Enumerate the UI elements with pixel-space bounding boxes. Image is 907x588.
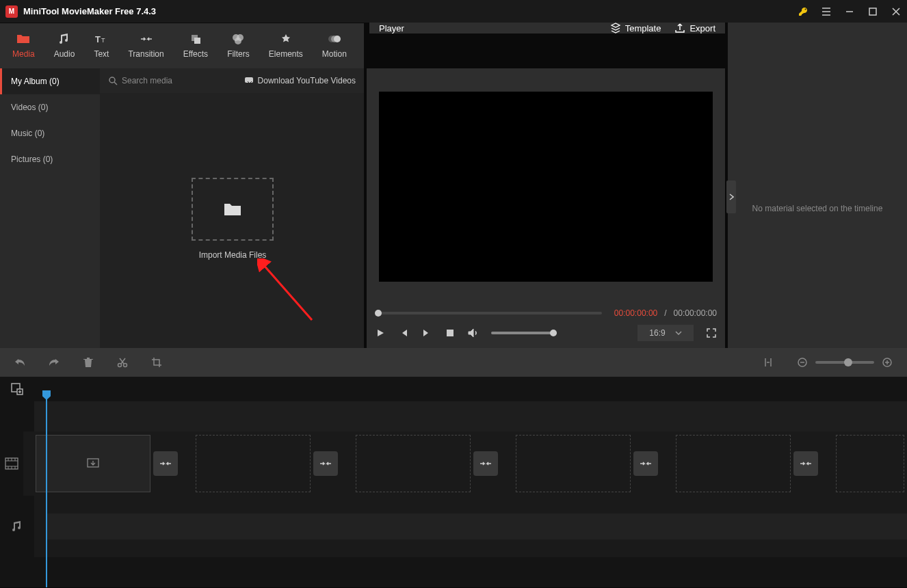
title-bar: M MiniTool MovieMaker Free 7.4.3	[0, 0, 907, 23]
redo-button[interactable]	[48, 356, 60, 369]
clip-slot[interactable]	[196, 435, 311, 492]
delete-button[interactable]	[82, 356, 94, 369]
transition-slot[interactable]	[153, 451, 178, 476]
svg-rect-0	[869, 8, 876, 15]
clip-slot[interactable]	[356, 435, 471, 492]
tab-transition[interactable]: Transition	[118, 33, 173, 59]
media-panel: Search media Download YouTube Videos Imp…	[100, 68, 364, 348]
tab-label: Text	[94, 49, 109, 59]
collapse-handle[interactable]	[726, 181, 736, 213]
tab-elements[interactable]: Elements	[259, 33, 313, 59]
download-icon	[244, 77, 254, 85]
svg-point-16	[124, 364, 127, 367]
next-frame-button[interactable]	[421, 328, 432, 338]
zoom-in-button[interactable]	[881, 356, 893, 369]
preview-canvas[interactable]	[379, 92, 713, 282]
svg-text:T: T	[101, 37, 105, 44]
transition-slot[interactable]	[473, 451, 498, 476]
motion-icon	[328, 33, 341, 45]
zoom-slider[interactable]	[815, 361, 874, 364]
ribbon-tabs: Media Audio TT Text Transition Effects F…	[0, 23, 364, 68]
time-total: 00:00:00:00	[674, 308, 717, 318]
filters-icon	[232, 33, 244, 45]
transition-icon	[140, 33, 153, 45]
transition-slot[interactable]	[313, 451, 338, 476]
zoom-out-button[interactable]	[796, 356, 809, 369]
sidebar-item-music[interactable]: Music (0)	[0, 120, 100, 146]
export-button[interactable]: Export	[674, 23, 715, 34]
properties-panel: No material selected on the timeline	[728, 68, 907, 348]
clip-slot[interactable]	[676, 435, 791, 492]
search-input[interactable]: Search media	[108, 76, 239, 85]
timeline-video-track[interactable]	[0, 431, 907, 496]
tab-text[interactable]: TT Text	[84, 33, 118, 59]
svg-point-15	[118, 364, 122, 367]
sidebar-item-videos[interactable]: Videos (0)	[0, 94, 100, 120]
aspect-ratio-dropdown[interactable]: 16:9	[637, 325, 694, 341]
timeline-text-track[interactable]	[0, 401, 907, 431]
export-label: Export	[689, 23, 715, 34]
tab-label: Filters	[227, 49, 250, 59]
seek-slider[interactable]	[375, 312, 602, 315]
tab-label: Audio	[54, 49, 75, 59]
import-media-button[interactable]	[192, 178, 274, 241]
music-note-icon	[59, 33, 70, 45]
download-youtube-button[interactable]: Download YouTube Videos	[244, 76, 356, 85]
tab-label: Effects	[183, 49, 208, 59]
effects-icon	[190, 33, 201, 45]
tab-label: Elements	[269, 49, 303, 59]
svg-rect-14	[447, 330, 454, 336]
tab-motion[interactable]: Motion	[313, 33, 356, 59]
template-icon	[610, 23, 621, 34]
tab-effects[interactable]: Effects	[174, 33, 218, 59]
properties-empty-text: No material selected on the timeline	[752, 204, 883, 213]
play-button[interactable]	[375, 328, 386, 338]
minimize-button[interactable]	[844, 6, 855, 17]
tab-audio[interactable]: Audio	[44, 33, 85, 59]
template-button[interactable]: Template	[610, 23, 661, 34]
timeline-audio-track[interactable]	[0, 496, 907, 557]
annotation-arrow	[257, 258, 319, 327]
tab-label: Motion	[322, 49, 347, 59]
import-media-label: Import Media Files	[192, 250, 274, 260]
svg-point-11	[109, 77, 115, 83]
audio-track-icon	[0, 520, 34, 533]
clip-slot[interactable]	[836, 435, 904, 492]
volume-button[interactable]	[468, 328, 479, 338]
close-button[interactable]	[891, 6, 902, 17]
add-track-button[interactable]	[0, 383, 34, 395]
text-icon: TT	[95, 33, 107, 45]
volume-slider[interactable]	[491, 332, 557, 334]
clip-slot[interactable]	[36, 435, 150, 492]
search-placeholder: Search media	[122, 76, 172, 85]
tab-filters[interactable]: Filters	[218, 33, 259, 59]
clip-slot[interactable]	[516, 435, 631, 492]
fit-timeline-button[interactable]	[762, 356, 774, 369]
app-logo-icon: M	[5, 5, 18, 18]
svg-point-7	[235, 38, 241, 44]
split-button[interactable]	[116, 356, 129, 369]
playhead[interactable]	[46, 393, 47, 587]
import-clip-icon	[86, 457, 100, 470]
stop-button[interactable]	[445, 328, 456, 338]
folder-icon	[16, 33, 30, 45]
undo-button[interactable]	[14, 356, 26, 369]
prev-frame-button[interactable]	[398, 328, 409, 338]
export-icon	[674, 23, 685, 34]
transition-slot[interactable]	[793, 451, 818, 476]
tab-label: Transition	[128, 49, 163, 59]
tab-media[interactable]: Media	[3, 33, 44, 59]
sidebar-item-pictures[interactable]: Pictures (0)	[0, 146, 100, 172]
key-icon[interactable]	[798, 6, 809, 17]
fullscreen-button[interactable]	[706, 328, 717, 338]
search-icon	[108, 76, 118, 85]
maximize-button[interactable]	[867, 6, 878, 17]
app-title: MiniTool MovieMaker Free 7.4.3	[23, 6, 798, 16]
svg-rect-4	[194, 38, 200, 44]
transition-slot[interactable]	[633, 451, 658, 476]
timeline[interactable]	[0, 377, 907, 587]
download-label: Download YouTube Videos	[258, 76, 356, 85]
crop-button[interactable]	[150, 356, 163, 369]
sidebar-item-myalbum[interactable]: My Album (0)	[0, 68, 100, 94]
menu-icon[interactable]	[821, 6, 832, 17]
